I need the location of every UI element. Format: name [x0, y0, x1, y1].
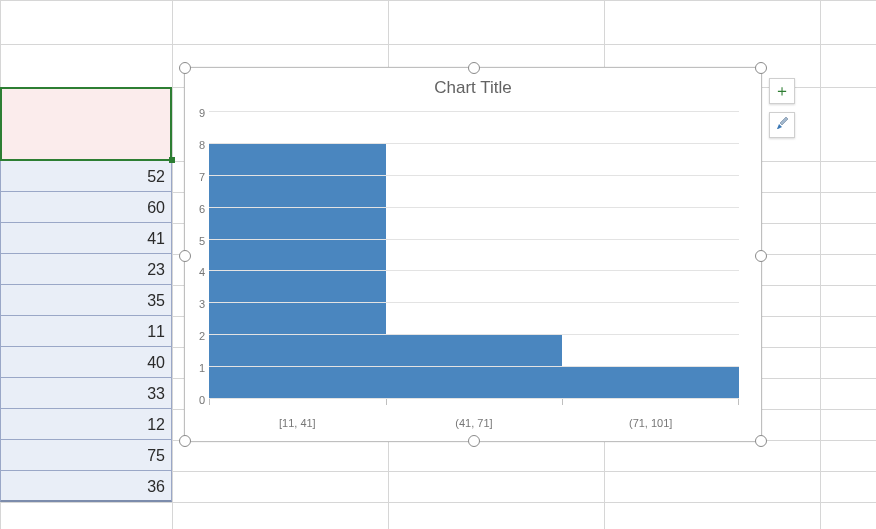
data-cell[interactable]: 60 [0, 192, 172, 223]
cell-header-selected[interactable] [0, 87, 172, 161]
plot-area: 0123456789 [209, 112, 739, 399]
data-cell[interactable]: 36 [0, 471, 172, 502]
bar-slot [209, 112, 386, 399]
data-cell[interactable]: 23 [0, 254, 172, 285]
chart-resize-handle[interactable] [468, 62, 480, 74]
chart-resize-handle[interactable] [179, 435, 191, 447]
x-tick [209, 399, 210, 405]
data-cell[interactable]: 12 [0, 409, 172, 440]
chart-gridline [209, 270, 739, 271]
plus-icon: ＋ [774, 81, 790, 102]
x-tick [562, 399, 563, 405]
chart-gridline [209, 143, 739, 144]
y-tick-label: 2 [199, 327, 205, 343]
chart-gridline [209, 111, 739, 112]
chart-style-button[interactable] [769, 112, 795, 138]
x-tick-label: (71, 101] [562, 417, 739, 429]
gridline-h [0, 44, 876, 45]
embedded-chart[interactable]: Chart Title 0123456789 [11, 41](41, 71](… [184, 67, 762, 442]
y-tick-label: 6 [199, 200, 205, 216]
bar-slot [386, 112, 563, 399]
gridline-h [0, 0, 876, 1]
data-cell[interactable]: 75 [0, 440, 172, 471]
y-tick-label: 4 [199, 263, 205, 279]
chart-gridline [209, 366, 739, 367]
chart-gridline [209, 334, 739, 335]
chart-gridline [209, 239, 739, 240]
chart-add-element-button[interactable]: ＋ [769, 78, 795, 104]
spreadsheet-grid: 52 60 41 23 35 11 40 33 12 75 36 Chart T… [0, 0, 876, 529]
cell-fill-handle[interactable] [169, 157, 175, 163]
data-cell[interactable]: 11 [0, 316, 172, 347]
bars-container [209, 112, 739, 399]
data-cell[interactable]: 40 [0, 347, 172, 378]
x-tick [738, 399, 739, 405]
gridline-v [172, 0, 173, 529]
x-tick-label: (41, 71] [386, 417, 563, 429]
gridline-v [820, 0, 821, 529]
chart-resize-handle[interactable] [468, 435, 480, 447]
gridline-h [0, 502, 876, 503]
x-axis-labels: [11, 41](41, 71](71, 101] [209, 417, 739, 429]
data-cell[interactable]: 33 [0, 378, 172, 409]
y-tick-label: 7 [199, 168, 205, 184]
chart-resize-handle[interactable] [755, 62, 767, 74]
y-tick-label: 3 [199, 295, 205, 311]
y-axis: 0123456789 [187, 112, 207, 399]
paintbrush-icon [774, 115, 790, 135]
x-tick [386, 399, 387, 405]
y-tick-label: 9 [199, 104, 205, 120]
bar[interactable] [562, 367, 739, 399]
y-tick-label: 5 [199, 232, 205, 248]
bar-slot [562, 112, 739, 399]
y-tick-label: 8 [199, 136, 205, 152]
chart-resize-handle[interactable] [755, 250, 767, 262]
data-cell[interactable]: 52 [0, 161, 172, 192]
chart-gridline [209, 175, 739, 176]
data-cell[interactable]: 35 [0, 285, 172, 316]
chart-gridline [209, 398, 739, 399]
x-tick-label: [11, 41] [209, 417, 386, 429]
chart-gridline [209, 207, 739, 208]
chart-resize-handle[interactable] [755, 435, 767, 447]
chart-resize-handle[interactable] [179, 62, 191, 74]
y-tick-label: 1 [199, 359, 205, 375]
chart-gridline [209, 302, 739, 303]
data-column: 52 60 41 23 35 11 40 33 12 75 36 [0, 87, 172, 502]
data-cell[interactable]: 41 [0, 223, 172, 254]
y-tick-label: 0 [199, 391, 205, 407]
